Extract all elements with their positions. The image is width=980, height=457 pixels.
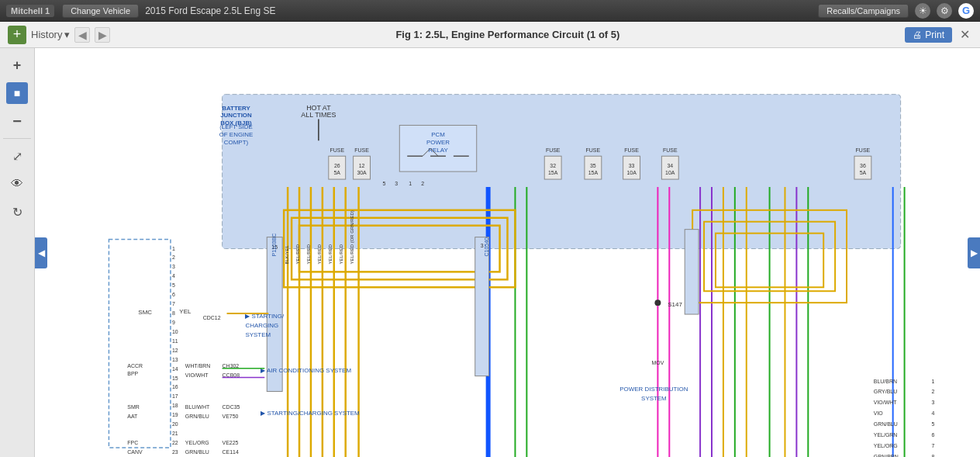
svg-text:VIO/WHT: VIO/WHT xyxy=(874,400,897,405)
svg-text:6: 6 xyxy=(931,432,934,438)
svg-text:SYSTEM: SYSTEM xyxy=(245,331,271,338)
svg-text:SMC: SMC xyxy=(138,309,152,316)
svg-text:20: 20 xyxy=(172,421,178,427)
svg-text:JUNCTION: JUNCTION xyxy=(220,112,252,119)
svg-text:WHT/BRN: WHT/BRN xyxy=(185,363,210,369)
svg-text:YEL/RED: YEL/RED xyxy=(306,244,311,264)
svg-text:FUSE: FUSE xyxy=(856,147,871,153)
topbar-right: Recalls/Campaigns ☀ ⚙ G xyxy=(818,3,974,19)
svg-text:3: 3 xyxy=(395,181,398,186)
main-area: + ■ − ⤢ 👁 ↻ ◀ HOT AT ALL TIMES (LEFT SID… xyxy=(0,48,980,457)
svg-text:1: 1 xyxy=(409,181,412,186)
svg-text:CANV: CANV xyxy=(127,449,143,455)
svg-text:▶ AIR CONDITIONING SYSTEM: ▶ AIR CONDITIONING SYSTEM xyxy=(261,367,351,374)
svg-text:FUSE: FUSE xyxy=(663,147,678,153)
svg-text:15: 15 xyxy=(172,376,178,381)
svg-text:5: 5 xyxy=(172,282,175,288)
back-button[interactable]: ◀ xyxy=(74,27,90,43)
svg-text:POWER: POWER xyxy=(426,139,450,146)
print-label: Print xyxy=(925,29,944,40)
svg-text:YEL/ORG: YEL/ORG xyxy=(874,443,898,448)
svg-text:P1103BC: P1103BC xyxy=(271,234,277,257)
top-bar: Mitchell 1 Change Vehicle 2015 Ford Esca… xyxy=(0,0,980,22)
history-label: History xyxy=(31,29,62,40)
svg-text:PCM: PCM xyxy=(431,131,445,138)
right-nav-arrow[interactable]: ▶ xyxy=(968,237,980,268)
eye-icon[interactable]: 👁 xyxy=(6,173,28,195)
svg-text:YEL/RED (OR GRN/RED): YEL/RED (OR GRN/RED) xyxy=(350,210,354,264)
vehicle-title: 2015 Ford Escape 2.5L Eng SE xyxy=(145,5,818,16)
svg-text:FUSE: FUSE xyxy=(546,147,561,153)
svg-point-79 xyxy=(654,299,661,306)
settings-icon[interactable]: ☀ xyxy=(915,3,930,19)
svg-text:BATTERY: BATTERY xyxy=(222,105,250,112)
add-button[interactable]: + xyxy=(8,26,26,44)
svg-text:C10540: C10540 xyxy=(484,237,489,256)
svg-text:2: 2 xyxy=(421,181,424,186)
svg-text:YEL/RED: YEL/RED xyxy=(295,244,300,264)
print-button[interactable]: 🖨 Print xyxy=(905,27,952,43)
svg-text:33: 33 xyxy=(629,163,635,168)
svg-text:4: 4 xyxy=(931,410,934,416)
svg-text:CDC35: CDC35 xyxy=(223,404,240,410)
svg-text:5A: 5A xyxy=(333,170,340,175)
svg-text:16: 16 xyxy=(172,384,178,389)
svg-text:12: 12 xyxy=(172,348,178,353)
svg-text:5: 5 xyxy=(931,421,934,427)
svg-text:RELAY: RELAY xyxy=(428,147,448,154)
svg-text:FPC: FPC xyxy=(127,440,138,445)
history-dropdown-icon: ▾ xyxy=(64,29,70,40)
square-tool-icon[interactable]: ■ xyxy=(6,82,28,104)
diagram-area[interactable]: HOT AT ALL TIMES (LEFT SIDE OF ENGINE CO… xyxy=(35,48,980,457)
left-nav-arrow[interactable]: ◀ xyxy=(35,237,47,268)
svg-text:15A: 15A xyxy=(548,170,558,175)
svg-text:14: 14 xyxy=(172,366,178,372)
expand-icon[interactable]: ⤢ xyxy=(6,145,28,167)
svg-text:23: 23 xyxy=(172,449,178,455)
svg-text:CCB08: CCB08 xyxy=(223,372,240,378)
close-button[interactable]: ✕ xyxy=(957,27,972,43)
svg-text:VIO/WHT: VIO/WHT xyxy=(185,372,209,378)
svg-text:22: 22 xyxy=(172,440,178,445)
svg-rect-83 xyxy=(475,237,489,376)
svg-text:FUSE: FUSE xyxy=(330,147,344,153)
svg-text:S147: S147 xyxy=(668,301,682,308)
svg-text:1: 1 xyxy=(931,379,934,384)
left-sidebar: + ■ − ⤢ 👁 ↻ xyxy=(0,48,35,457)
sidebar-separator xyxy=(3,138,30,139)
gear-icon[interactable]: ⚙ xyxy=(937,3,952,19)
svg-text:2: 2 xyxy=(172,254,175,260)
svg-text:35: 35 xyxy=(590,163,596,168)
diagram-title: Fig 1: 2.5L, Engine Performance Circuit … xyxy=(115,29,900,40)
history-button[interactable]: History ▾ xyxy=(31,29,70,40)
change-vehicle-button[interactable]: Change Vehicle xyxy=(62,4,139,18)
refresh-icon[interactable]: ↻ xyxy=(6,201,28,223)
svg-text:GRY/BLU: GRY/BLU xyxy=(874,389,897,394)
svg-text:3: 3 xyxy=(931,400,934,405)
svg-text:8: 8 xyxy=(931,454,934,457)
svg-text:GRN/BLU: GRN/BLU xyxy=(185,414,209,419)
svg-text:GRN/BLU: GRN/BLU xyxy=(874,421,898,427)
svg-text:YEL/GRN: YEL/GRN xyxy=(874,432,898,438)
forward-button[interactable]: ▶ xyxy=(95,27,110,43)
svg-text:11: 11 xyxy=(172,338,178,344)
svg-text:1: 1 xyxy=(172,246,175,251)
svg-text:MOV: MOV xyxy=(651,360,664,365)
svg-text:BPP: BPP xyxy=(127,371,138,376)
svg-text:AAT: AAT xyxy=(127,414,138,419)
svg-text:OF ENGINE: OF ENGINE xyxy=(219,131,254,138)
svg-text:▶ STARTING/CHARGING SYSTEM: ▶ STARTING/CHARGING SYSTEM xyxy=(261,410,359,417)
google-icon[interactable]: G xyxy=(958,3,974,19)
zoom-out-icon[interactable]: − xyxy=(6,110,28,132)
svg-text:YEL: YEL xyxy=(179,308,192,315)
svg-text:FUSE: FUSE xyxy=(354,147,369,153)
svg-text:ACCR: ACCR xyxy=(127,363,143,369)
svg-text:7: 7 xyxy=(931,443,934,448)
svg-text:CE114: CE114 xyxy=(223,449,239,455)
svg-text:18: 18 xyxy=(172,403,178,408)
recalls-campaigns-button[interactable]: Recalls/Campaigns xyxy=(818,4,909,18)
svg-text:VIO: VIO xyxy=(874,410,884,416)
zoom-in-icon[interactable]: + xyxy=(6,54,28,76)
svg-text:GRN/BRN: GRN/BRN xyxy=(874,454,899,457)
logo-text: Mitchell 1 xyxy=(11,6,50,16)
